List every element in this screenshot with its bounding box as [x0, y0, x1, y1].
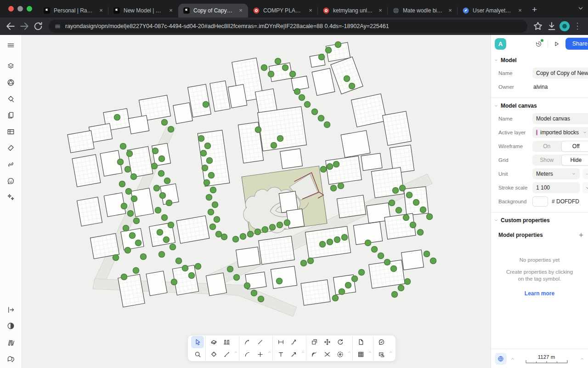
- building[interactable]: [326, 156, 362, 184]
- minimize-window-button[interactable]: [17, 6, 23, 12]
- tab-close-icon[interactable]: ×: [97, 7, 105, 14]
- active-layer-select[interactable]: imported blocks: [532, 127, 588, 138]
- text-tool[interactable]: [274, 348, 287, 361]
- share-button[interactable]: Share: [565, 38, 588, 50]
- building[interactable]: [383, 111, 412, 145]
- building[interactable]: [312, 68, 335, 95]
- tree[interactable]: [118, 159, 124, 165]
- tree[interactable]: [114, 115, 120, 121]
- tree[interactable]: [352, 276, 358, 282]
- tree[interactable]: [275, 58, 281, 64]
- tree[interactable]: [214, 217, 220, 223]
- tree[interactable]: [403, 215, 409, 221]
- tree[interactable]: [299, 95, 305, 101]
- tree[interactable]: [119, 181, 125, 187]
- tree[interactable]: [372, 247, 378, 253]
- tree[interactable]: [212, 202, 218, 208]
- table2-tool[interactable]: [354, 348, 367, 361]
- tree[interactable]: [334, 161, 339, 167]
- site-plan-drawing[interactable]: [22, 35, 491, 368]
- tree[interactable]: [294, 89, 300, 95]
- zoom-tool[interactable]: [191, 348, 204, 361]
- rotatecopy-tool[interactable]: [334, 348, 346, 361]
- tree[interactable]: [335, 42, 341, 48]
- tab-close-icon[interactable]: ×: [167, 7, 175, 14]
- tree[interactable]: [240, 234, 246, 240]
- move-tool[interactable]: [321, 336, 334, 348]
- tree[interactable]: [290, 71, 296, 77]
- building[interactable]: [128, 115, 149, 134]
- tree[interactable]: [255, 127, 261, 133]
- tree[interactable]: [159, 252, 165, 258]
- maximize-window-button[interactable]: [27, 6, 32, 12]
- tree[interactable]: [141, 254, 147, 260]
- tree[interactable]: [396, 207, 402, 213]
- tree[interactable]: [162, 215, 168, 221]
- tree[interactable]: [400, 185, 406, 191]
- tool-expand-chevron-icon[interactable]: [234, 350, 238, 354]
- tree[interactable]: [398, 285, 404, 291]
- tree[interactable]: [319, 54, 325, 60]
- tree[interactable]: [261, 65, 267, 71]
- tree[interactable]: [334, 237, 340, 243]
- tool-expand-chevron-icon[interactable]: [389, 350, 393, 354]
- url-bar[interactable]: rayondasign/opn/model|e8227Y04-087c-4494…: [49, 20, 527, 33]
- page-tool[interactable]: [354, 336, 367, 348]
- tree[interactable]: [384, 259, 390, 265]
- tree[interactable]: [153, 148, 158, 154]
- duplicate-tool[interactable]: [308, 336, 321, 348]
- tree[interactable]: [318, 115, 324, 121]
- measure-tool[interactable]: [220, 348, 233, 361]
- tab-search-chevron-icon[interactable]: [577, 5, 584, 12]
- unit-select[interactable]: Meters: [532, 168, 580, 179]
- tree[interactable]: [133, 268, 139, 274]
- tree[interactable]: [349, 83, 355, 89]
- tree[interactable]: [162, 120, 168, 126]
- tree[interactable]: [277, 222, 283, 228]
- dimension-tool[interactable]: [274, 336, 287, 348]
- link-icon[interactable]: [5, 158, 17, 171]
- trim-tool[interactable]: [321, 348, 334, 361]
- tab-close-icon[interactable]: ×: [307, 7, 314, 14]
- tool-expand-chevron-icon[interactable]: [347, 350, 351, 354]
- user-avatar[interactable]: A: [495, 38, 506, 50]
- tree[interactable]: [359, 270, 365, 276]
- pages-icon[interactable]: [5, 109, 17, 122]
- tool-expand-chevron-icon[interactable]: [301, 350, 305, 354]
- tool-expand-chevron-icon[interactable]: [267, 350, 271, 354]
- tree[interactable]: [345, 282, 351, 288]
- tree[interactable]: [160, 193, 166, 199]
- tool-expand-chevron-icon[interactable]: [368, 350, 372, 354]
- canvas-name-input[interactable]: Model canvas: [532, 113, 588, 124]
- building[interactable]: [371, 167, 404, 198]
- tree[interactable]: [391, 266, 397, 272]
- table-icon[interactable]: [5, 125, 17, 138]
- browser-tab[interactable]: COMPY PLACE | W×: [248, 4, 318, 17]
- chevron-down-icon[interactable]: [494, 58, 498, 63]
- tree[interactable]: [204, 180, 210, 186]
- tree[interactable]: [301, 260, 307, 266]
- tree[interactable]: [136, 240, 141, 246]
- building[interactable]: [351, 94, 386, 127]
- building[interactable]: [271, 266, 297, 289]
- tree[interactable]: [331, 185, 337, 191]
- sparkles-icon[interactable]: [5, 191, 17, 204]
- history-button[interactable]: [534, 39, 544, 49]
- building[interactable]: [210, 81, 230, 112]
- tree[interactable]: [227, 266, 233, 272]
- present-button[interactable]: [552, 39, 562, 49]
- add-property-button[interactable]: [578, 232, 584, 238]
- tree[interactable]: [393, 188, 399, 194]
- tab-close-icon[interactable]: ×: [377, 7, 384, 14]
- tree[interactable]: [407, 192, 413, 198]
- tree[interactable]: [339, 289, 345, 295]
- back-button[interactable]: [5, 20, 17, 32]
- download-icon[interactable]: [546, 20, 558, 32]
- tree[interactable]: [201, 150, 207, 156]
- tree[interactable]: [420, 207, 426, 213]
- tree[interactable]: [268, 71, 274, 77]
- background-hex[interactable]: # DOFDFD: [552, 198, 579, 205]
- building[interactable]: [228, 84, 247, 108]
- tree[interactable]: [125, 247, 131, 253]
- tag-icon[interactable]: [5, 142, 17, 155]
